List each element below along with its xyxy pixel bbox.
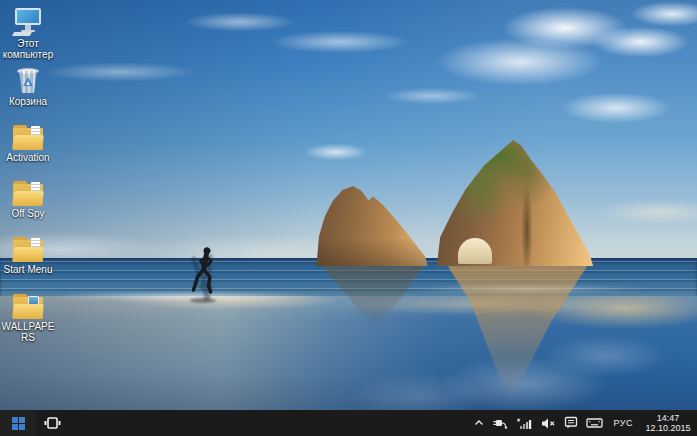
windows-logo-icon <box>12 417 25 430</box>
recycle-bin-icon <box>16 64 40 94</box>
volume-muted-icon <box>540 417 556 430</box>
desktop-icon-label: WALLPAPERS <box>0 321 56 343</box>
folder-icon <box>13 120 43 150</box>
system-tray: РУС 14:47 12.10.2015 <box>473 410 697 436</box>
task-view-icon <box>44 416 61 430</box>
desktop-icon-folder-activation[interactable]: Activation <box>0 120 56 163</box>
desktop-icon-label: Start Menu <box>4 264 53 275</box>
desktop-icon-folder-wallpapers[interactable]: WALLPAPERS <box>0 289 56 343</box>
volume-tray-button[interactable] <box>540 410 556 436</box>
touch-keyboard-icon <box>586 417 603 429</box>
start-button[interactable] <box>0 410 36 436</box>
desktop-icon-this-pc[interactable]: Этот компьютер <box>0 6 56 60</box>
this-pc-icon <box>13 6 43 36</box>
folder-with-photo-icon <box>13 289 43 319</box>
touch-keyboard-button[interactable] <box>586 410 603 436</box>
action-center-button[interactable] <box>564 410 578 436</box>
clock-time: 14:47 <box>643 413 693 423</box>
language-indicator[interactable]: РУС <box>611 418 635 428</box>
folder-icon <box>13 232 43 262</box>
desktop-icon-folder-start-menu[interactable]: Start Menu <box>0 232 56 275</box>
wallpaper <box>0 0 697 410</box>
task-view-button[interactable] <box>36 410 68 436</box>
safely-remove-hardware-button[interactable] <box>493 410 508 436</box>
desktop: Этот компьютер Корзина Activation Off Sp… <box>0 0 697 436</box>
beach <box>0 296 697 410</box>
runner-silhouette <box>192 246 218 302</box>
desktop-icon-label: Этот компьютер <box>0 38 56 60</box>
desktop-icon-label: Корзина <box>9 96 47 107</box>
taskbar-clock[interactable]: 14:47 12.10.2015 <box>643 413 693 433</box>
network-tray-button[interactable] <box>516 410 532 436</box>
chevron-up-icon <box>473 417 485 429</box>
usb-plug-icon <box>493 417 508 430</box>
show-hidden-icons-button[interactable] <box>473 410 485 436</box>
folder-icon <box>13 176 43 206</box>
taskbar: РУС 14:47 12.10.2015 <box>0 410 697 436</box>
desktop-icon-label: Off Spy <box>11 208 44 219</box>
clock-date: 12.10.2015 <box>643 423 693 433</box>
shoreline-foam <box>360 285 697 293</box>
desktop-icon-recycle-bin[interactable]: Корзина <box>0 64 56 107</box>
action-center-icon <box>564 416 578 430</box>
desktop-icon-label: Activation <box>6 152 49 163</box>
desktop-icon-folder-off-spy[interactable]: Off Spy <box>0 176 56 219</box>
network-signal-icon <box>516 417 532 430</box>
rock-arch-opening <box>458 238 492 264</box>
